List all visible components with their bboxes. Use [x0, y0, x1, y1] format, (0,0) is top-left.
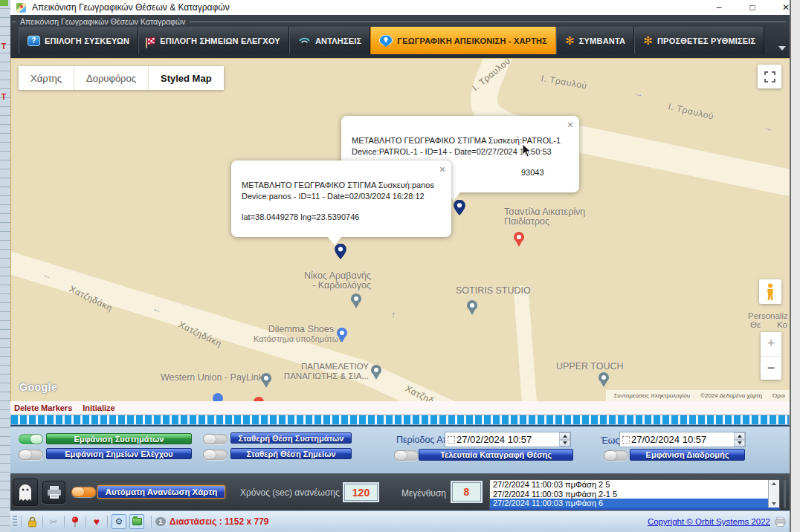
- pushpin-icon[interactable]: [68, 515, 82, 528]
- close-icon[interactable]: ×: [567, 120, 573, 130]
- info-line: ΜΕΤΑΒΛΗΤΟ ΓΕΩΓΡΑΦΙΚΟ ΣΤΙΓΜΑ Συσκευή:pano…: [242, 180, 441, 191]
- ghost-mode-button[interactable]: [13, 479, 38, 506]
- last-position-toggle[interactable]: [394, 450, 419, 461]
- refresh-seconds-field[interactable]: 120: [344, 484, 378, 501]
- device-marker-panos[interactable]: [335, 244, 346, 259]
- poi-marker[interactable]: [261, 373, 271, 383]
- info-window-tail: [328, 237, 341, 245]
- tab-label: ΕΠΙΛΟΓΗ ΣΗΜΕΙΩΝ ΕΛΕΓΧΟΥ: [160, 36, 280, 45]
- poi-label-line: ΠΑΝΑΓΙΩΤΗΣ & ΣΙΑ...: [283, 372, 369, 381]
- scroll-down-icon[interactable]: [772, 502, 776, 505]
- zoom-out-button[interactable]: [761, 356, 781, 380]
- background-text: T: [1, 93, 6, 101]
- initialize-link[interactable]: Initialize: [83, 403, 114, 412]
- separator: [21, 516, 22, 528]
- zoom-control: [761, 332, 781, 380]
- spinner-up-icon[interactable]: [734, 432, 745, 440]
- scroll-up-icon[interactable]: [772, 482, 776, 485]
- poi-label-line: Παιδίατρος: [504, 217, 585, 227]
- auto-refresh-button[interactable]: Αυτόματη Ανανέωση Χάρτη: [97, 485, 225, 499]
- phase-listbox[interactable]: 27/2/2024 11:00:03 πμΦάση 2 5 27/2/2024 …: [489, 479, 780, 510]
- close-button[interactable]: ✕: [773, 0, 799, 15]
- minimize-button[interactable]: –: [706, 0, 732, 15]
- road-arrow-icon: →: [633, 88, 644, 100]
- poi-marker[interactable]: [467, 300, 477, 311]
- auto-refresh-toggle[interactable]: [71, 487, 96, 497]
- list-item[interactable]: 27/2/2024 11:00:03 πμΦάση 2-1 5: [490, 490, 768, 499]
- date-value: 27/02/2024 10:57: [457, 434, 559, 445]
- copyright-link[interactable]: Copyright © Orbit Systems 2022: [648, 517, 770, 526]
- listbox-scrollbar[interactable]: [768, 480, 779, 507]
- tab-geographic-map[interactable]: ΓΕΩΓΡΑΦΙΚΗ ΑΠΕΙΚΟΝΙΣΗ - ΧΑΡΤΗΣ: [370, 27, 556, 54]
- scissors-icon[interactable]: [47, 515, 60, 528]
- fullscreen-button[interactable]: [758, 65, 781, 88]
- show-route-button[interactable]: Εμφάνιση Διαδρομής: [630, 449, 745, 461]
- map-type-styled-button[interactable]: Styled Map: [149, 66, 224, 90]
- show-route-toggle[interactable]: [604, 450, 628, 461]
- mouse-cursor: [522, 143, 532, 158]
- list-item[interactable]: 27/2/2024 11:00:03 πμΦάση 2 5: [490, 480, 768, 490]
- screen: T T Απεικόνιση Γεωγραφικών Θέσεων & Κατα…: [0, 0, 800, 532]
- close-icon[interactable]: ×: [439, 164, 445, 175]
- period-to-picker[interactable]: 27/02/2024 10:57: [619, 432, 746, 447]
- tab-device-selection[interactable]: ΕΠΙΛΟΓΗ ΣΥΣΚΕΥΩΝ: [19, 27, 138, 54]
- checkbox[interactable]: [448, 436, 455, 444]
- zoom-level-field[interactable]: 8: [452, 482, 481, 502]
- print-button[interactable]: [42, 481, 65, 504]
- map-type-satellite-button[interactable]: Δορυφόρος: [74, 66, 148, 90]
- ghost-icon: [18, 483, 33, 502]
- map-type-map-button[interactable]: Χάρτης: [19, 66, 74, 90]
- show-systems-button[interactable]: Εμφάνιση Συστημάτων: [46, 433, 192, 444]
- poi-label: Τσαντίλα Αικατερίνη Παιδίατρος: [504, 207, 585, 227]
- spinner-down-icon[interactable]: [734, 440, 745, 447]
- device-marker-patrol1[interactable]: [454, 200, 465, 215]
- checkbox[interactable]: [622, 436, 630, 444]
- poi-marker-medical[interactable]: [514, 232, 524, 242]
- tab-extra-settings[interactable]: ΠΡΟΣΘΕΤΕΣ ΡΥΘΜΙΣΕΙΣ: [634, 27, 764, 54]
- groupbox-label: Απεικόνιση Γεωγραφικών Θέσεων Καταγραφών: [20, 17, 186, 26]
- map-canvas[interactable]: Ι. Τραυλού Ι. Τραυλού Ι. Τραυλού Χατζηδά…: [10, 58, 790, 401]
- terms-link[interactable]: Όροι: [772, 392, 785, 399]
- fixed-points-button[interactable]: Σταθερή Θέση Σημείων: [230, 448, 352, 459]
- listbox-rows: 27/2/2024 11:00:03 πμΦάση 2 5 27/2/2024 …: [490, 480, 768, 507]
- spinner-down-icon[interactable]: [559, 440, 570, 447]
- poi-marker[interactable]: [213, 393, 223, 401]
- period-from-picker[interactable]: 27/02/2024 10:57: [445, 432, 571, 447]
- map-data-label: ©2024 Δεδομένα χάρτη: [700, 392, 762, 399]
- fixed-systems-button[interactable]: Σταθερή Θέση Συστημάτων: [230, 432, 352, 444]
- show-checkpoints-button[interactable]: Εμφάνιση Σημείων Ελέγχου: [46, 448, 192, 459]
- tab-checkpoint-selection[interactable]: ΕΠΙΛΟΓΗ ΣΗΜΕΙΩΝ ΕΛΕΓΧΟΥ: [138, 27, 289, 54]
- tab-antliseis[interactable]: ΑΝΤΛΗΣΕΙΣ: [289, 27, 370, 54]
- map-pin-icon: [379, 35, 393, 47]
- poi-label: SOTIRIS STUDIO: [456, 286, 531, 296]
- fixed-systems-toggle[interactable]: [203, 434, 228, 444]
- show-systems-toggle[interactable]: [19, 434, 43, 444]
- heart-icon[interactable]: [90, 515, 103, 528]
- lock-icon[interactable]: [25, 515, 39, 528]
- fixed-points-toggle[interactable]: [203, 450, 228, 460]
- zoom-in-button[interactable]: [761, 332, 781, 356]
- last-position-button[interactable]: Τελευταία Καταγραφή Θέσης: [419, 449, 573, 461]
- background-window-edge: T T: [0, 0, 10, 532]
- separator: [42, 516, 43, 528]
- poi-marker[interactable]: [351, 293, 361, 304]
- statusbar-grip: [13, 516, 17, 528]
- keyboard-shortcuts-link[interactable]: Συντομεύσεις πληκτρολογίου: [613, 392, 690, 399]
- list-item-selected[interactable]: 27/2/2024 11:00:03 πμΦάση 6: [490, 499, 768, 507]
- tab-overflow-arrow-icon[interactable]: [778, 46, 786, 51]
- pegman-button[interactable]: [759, 279, 781, 304]
- poi-marker[interactable]: [371, 365, 381, 375]
- delete-markers-link[interactable]: Delete Markers: [14, 403, 72, 412]
- spinner-up-icon[interactable]: [559, 432, 570, 440]
- controls-panel: Εμφάνιση Συστημάτων Εμφάνιση Σημείων Ελέ…: [10, 425, 790, 473]
- tab-label: ΓΕΩΓΡΑΦΙΚΗ ΑΠΕΙΚΟΝΙΣΗ - ΧΑΡΤΗΣ: [397, 36, 547, 45]
- folder-toggle-button[interactable]: [129, 514, 144, 529]
- poi-marker-shop[interactable]: [337, 328, 347, 338]
- show-checkpoints-toggle[interactable]: [19, 450, 43, 460]
- poi-label: Θε: [750, 320, 761, 330]
- poi-marker[interactable]: [599, 372, 609, 383]
- tab-events[interactable]: ΣΥΜΒΑΝΤΑ: [556, 27, 634, 54]
- maximize-button[interactable]: □: [740, 0, 765, 15]
- settings-toggle-button[interactable]: [112, 514, 126, 529]
- divider: [12, 22, 16, 22]
